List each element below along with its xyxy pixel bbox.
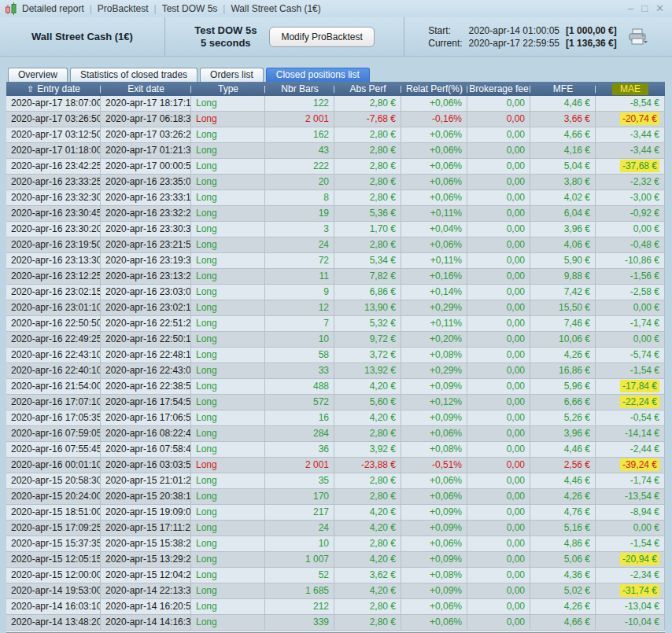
cell-mae: 0,00 € xyxy=(596,521,665,535)
test-timeframe: 5 seconds xyxy=(194,37,257,50)
instrument-name: Wall Street Cash (1€) xyxy=(31,31,133,42)
cell-type: Long xyxy=(191,568,265,583)
cell-brokerage-fee: 0,00 xyxy=(467,348,530,363)
cell-brokerage-fee: 0,00 xyxy=(467,568,530,583)
cell-nbr-bars: 9 xyxy=(265,285,334,300)
cell-mfe: 7,46 € xyxy=(530,316,596,331)
column-header-type[interactable]: Type xyxy=(191,82,265,96)
table-row[interactable]: 2020-apr-16 00:01:10 2020-apr-16 03:03:5… xyxy=(6,458,665,473)
table-row[interactable]: 2020-apr-17 18:07:00 2020-apr-17 18:17:1… xyxy=(6,96,665,112)
column-header-mae[interactable]: MAE xyxy=(596,82,665,96)
table-row[interactable]: 2020-apr-16 22:49:25 2020-apr-16 22:50:1… xyxy=(6,332,665,348)
table-row[interactable]: 2020-apr-16 23:32:30 2020-apr-16 23:33:1… xyxy=(6,190,665,206)
close-button[interactable]: ✕ xyxy=(655,4,664,13)
cell-nbr-bars: 339 xyxy=(265,615,334,630)
table-row[interactable]: 2020-apr-16 23:01:10 2020-apr-16 23:02:1… xyxy=(6,300,665,316)
cell-entry-date: 2020-apr-17 18:07:00 xyxy=(6,96,101,111)
table-row[interactable]: 2020-apr-16 21:54:00 2020-apr-16 22:38:5… xyxy=(6,379,665,395)
start-date: 2020-apr-14 01:00:05 xyxy=(469,25,559,36)
table-row[interactable]: 2020-apr-16 23:30:45 2020-apr-16 23:32:2… xyxy=(6,206,665,222)
cell-mfe: 5,90 € xyxy=(530,253,596,268)
table-row[interactable]: 2020-apr-15 15:37:35 2020-apr-15 15:38:2… xyxy=(6,536,665,552)
table-row[interactable]: 2020-apr-16 23:19:50 2020-apr-16 23:21:5… xyxy=(6,237,665,253)
cell-entry-date: 2020-apr-16 23:33:25 xyxy=(6,175,101,190)
minimize-button[interactable]: – xyxy=(628,4,633,13)
window-title: Detailed report xyxy=(22,3,84,14)
table-row[interactable]: 2020-apr-17 03:26:50 2020-apr-17 06:18:3… xyxy=(6,112,665,127)
table-row[interactable]: 2020-apr-16 22:43:10 2020-apr-16 22:48:1… xyxy=(6,348,665,363)
table-row[interactable]: 2020-apr-16 23:33:25 2020-apr-16 23:35:0… xyxy=(6,175,665,190)
column-header-mfe[interactable]: MFE xyxy=(530,82,596,96)
table-row[interactable]: 2020-apr-17 01:18:00 2020-apr-17 01:21:3… xyxy=(6,143,665,159)
cell-exit-date: 2020-apr-17 00:00:55 xyxy=(101,159,191,174)
table-row[interactable]: 2020-apr-16 23:02:15 2020-apr-16 23:03:0… xyxy=(6,285,665,300)
cell-mae: -3,44 € xyxy=(596,143,665,158)
tab-statistics-of-closed-trades[interactable]: Statistics of closed trades xyxy=(70,68,198,82)
table-row[interactable]: 2020-apr-16 17:07:10 2020-apr-16 17:54:5… xyxy=(6,395,665,410)
breadcrumb-probacktest: ProBacktest xyxy=(98,3,149,14)
cell-mfe: 3,96 € xyxy=(530,222,596,237)
cell-exit-date: 2020-apr-16 08:22:45 xyxy=(101,426,191,441)
cell-mfe: 4,76 € xyxy=(530,505,596,520)
table-row[interactable]: 2020-apr-16 07:59:05 2020-apr-16 08:22:4… xyxy=(6,426,665,442)
maximize-button[interactable]: □ xyxy=(641,4,648,13)
cell-mfe: 4,26 € xyxy=(530,348,596,363)
cell-abs-perf: 9,72 € xyxy=(334,332,401,347)
table-row[interactable]: 2020-apr-16 17:05:35 2020-apr-16 17:06:5… xyxy=(6,410,665,426)
cell-abs-perf: 2,80 € xyxy=(334,143,401,158)
table-row[interactable]: 2020-apr-15 18:51:00 2020-apr-15 19:09:0… xyxy=(6,505,665,521)
table-row[interactable]: 2020-apr-16 07:55:45 2020-apr-16 07:58:4… xyxy=(6,442,665,458)
column-header-relat-perf[interactable]: Relat Perf(%) xyxy=(401,82,467,96)
cell-type: Long xyxy=(191,552,265,567)
table-row[interactable]: 2020-apr-16 23:42:25 2020-apr-17 00:00:5… xyxy=(6,159,665,175)
table-row[interactable]: 2020-apr-14 19:53:00 2020-apr-14 22:13:3… xyxy=(6,583,665,599)
cell-mae: -1,54 € xyxy=(596,363,665,378)
tab-closed-positions-list[interactable]: Closed positions list xyxy=(266,68,370,82)
table-row[interactable]: 2020-apr-16 23:12:25 2020-apr-16 23:13:2… xyxy=(6,269,665,285)
tab-orders-list[interactable]: Orders list xyxy=(200,68,264,82)
table-row[interactable]: 2020-apr-14 13:48:20 2020-apr-14 14:16:3… xyxy=(6,615,665,631)
cell-mfe: 2,56 € xyxy=(530,458,596,473)
print-icon[interactable] xyxy=(628,28,648,46)
cell-exit-date: 2020-apr-14 14:16:35 xyxy=(101,615,191,630)
cell-exit-date: 2020-apr-17 01:21:35 xyxy=(101,143,191,158)
column-header-brokerage-fee[interactable]: Brokerage fee xyxy=(467,82,530,96)
cell-type: Long xyxy=(191,112,265,127)
cell-nbr-bars: 162 xyxy=(265,127,334,142)
cell-relat-perf: +0,09% xyxy=(401,521,467,535)
table-row[interactable]: 2020-apr-15 20:58:30 2020-apr-15 21:01:2… xyxy=(6,473,665,489)
cell-mfe: 6,66 € xyxy=(530,395,596,410)
table-row[interactable]: 2020-apr-15 12:00:00 2020-apr-15 12:04:2… xyxy=(6,568,665,583)
cell-type: Long xyxy=(191,222,265,237)
cell-nbr-bars: 43 xyxy=(265,143,334,158)
cell-type: Long xyxy=(191,316,265,331)
table-row[interactable]: 2020-apr-15 20:24:00 2020-apr-15 20:38:1… xyxy=(6,489,665,505)
table-row[interactable]: 2020-apr-16 22:50:50 2020-apr-16 22:51:2… xyxy=(6,316,665,332)
table-row[interactable]: 2020-apr-16 22:40:10 2020-apr-16 22:43:0… xyxy=(6,363,665,379)
column-header-abs-perf[interactable]: Abs Perf xyxy=(334,82,401,96)
table-row[interactable]: 2020-apr-16 23:30:20 2020-apr-16 23:30:3… xyxy=(6,222,665,237)
table-row[interactable]: 2020-apr-15 12:05:15 2020-apr-15 13:29:2… xyxy=(6,552,665,568)
cell-mfe: 6,04 € xyxy=(530,206,596,221)
tab-overview[interactable]: Overview xyxy=(8,68,68,82)
cell-exit-date: 2020-apr-16 23:03:00 xyxy=(101,285,191,300)
cell-exit-date: 2020-apr-15 20:38:10 xyxy=(101,489,191,504)
modify-probacktest-button[interactable]: Modify ProBacktest xyxy=(269,27,374,47)
cell-mfe: 4,26 € xyxy=(530,489,596,504)
table-row[interactable]: 2020-apr-15 17:09:25 2020-apr-15 17:11:2… xyxy=(6,521,665,536)
cell-mae: -13,04 € xyxy=(596,599,665,614)
cell-type: Long xyxy=(191,253,265,268)
cell-brokerage-fee: 0,00 xyxy=(467,521,530,535)
cell-relat-perf: +0,14% xyxy=(401,285,467,300)
cell-nbr-bars: 10 xyxy=(265,332,334,347)
column-header-exit-date[interactable]: Exit date xyxy=(101,82,191,96)
column-header-entry-date[interactable]: ⇧Entry date xyxy=(6,82,101,96)
test-name-block: Test DOW 5s 5 seconds xyxy=(194,24,257,50)
table-row[interactable]: 2020-apr-17 03:12:50 2020-apr-17 03:26:2… xyxy=(6,127,665,143)
table-row[interactable]: 2020-apr-16 23:13:30 2020-apr-16 23:19:3… xyxy=(6,253,665,269)
cell-mfe: 3,66 € xyxy=(530,112,596,127)
column-header-nbr-bars[interactable]: Nbr Bars xyxy=(265,82,334,96)
table-row[interactable]: 2020-apr-14 16:03:10 2020-apr-14 16:20:5… xyxy=(6,599,665,615)
cell-relat-perf: +0,11% xyxy=(401,206,467,221)
cell-type: Long xyxy=(191,175,265,190)
